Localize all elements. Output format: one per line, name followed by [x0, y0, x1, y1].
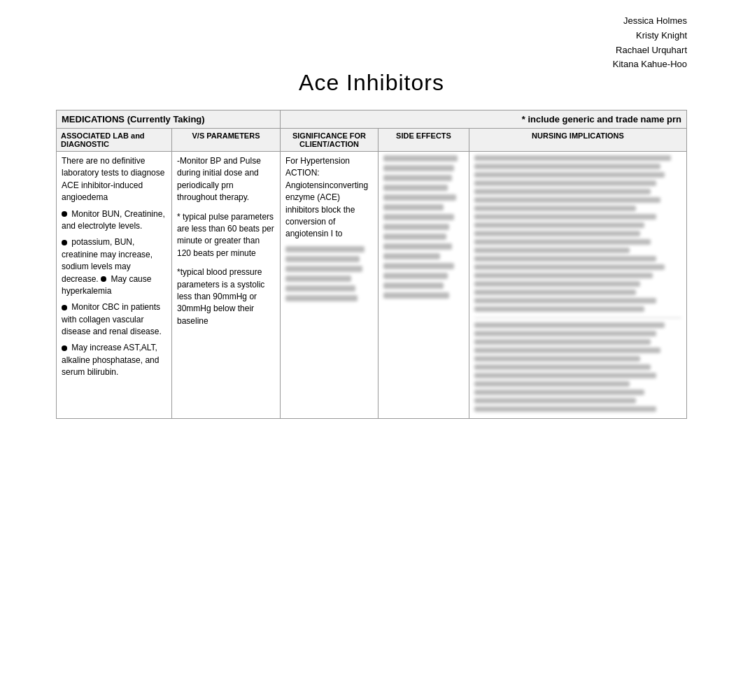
lab-text-intro: There are no definitive laboratory tests… [62, 155, 167, 204]
lab-text-bun: Monitor BUN, Creatinine, and electrolyte… [62, 208, 167, 233]
bullet-icon [101, 276, 106, 282]
significance-text: For Hypertension ACTION: Angiotensinconv… [285, 155, 373, 241]
vs-pulse-text: * typical pulse parameters are less than… [177, 211, 275, 260]
bullet-icon [62, 345, 67, 351]
vs-bp-text: *typical blood pressure parameters is a … [177, 266, 275, 327]
author-3: Rachael Urquhart [613, 43, 687, 58]
nursing-blurred-bottom [474, 317, 681, 412]
nursing-implications-cell [469, 152, 687, 419]
page-title: Ace Inhibitors [0, 70, 743, 96]
side-effects-blurred [383, 155, 464, 299]
author-1: Jessica Holmes [613, 14, 687, 29]
significance-cell: For Hypertension ACTION: Angiotensinconv… [281, 152, 378, 419]
side-effects-cell [378, 152, 469, 419]
nursing-blurred-top [474, 155, 681, 312]
significance-blurred [285, 246, 373, 301]
bullet-icon [62, 240, 67, 245]
medications-table: MEDICATIONS (Currently Taking) * include… [56, 110, 687, 419]
bullet-icon [62, 211, 67, 217]
vs-parameters-cell: -Monitor BP and Pulse during initial dos… [172, 152, 281, 419]
col2-header: V/S PARAMETERS [172, 129, 281, 152]
main-table-wrapper: MEDICATIONS (Currently Taking) * include… [56, 110, 687, 419]
authors-block: Jessica Holmes Kristy Knight Rachael Urq… [613, 14, 687, 72]
lab-text-potassium: potassium, BUN, creatinine may increase,… [62, 236, 167, 297]
lab-text-ast: May increase AST,ALT, alkaline phosphata… [62, 342, 167, 378]
col3-header: SIGNIFICANCE FOR CLIENT/ACTION [281, 129, 378, 152]
lab-diagnostic-cell: There are no definitive laboratory tests… [57, 152, 172, 419]
author-4: Kitana Kahue-Hoo [613, 57, 687, 72]
col4-header: SIDE EFFECTS [378, 129, 469, 152]
table-header-right: * include generic and trade name prn [281, 110, 687, 129]
author-2: Kristy Knight [613, 29, 687, 43]
col5-header: NURSING IMPLICATIONS [469, 129, 687, 152]
col1-header: ASSOCIATED LAB and DIAGNOSTIC [57, 129, 172, 152]
table-header-left: MEDICATIONS (Currently Taking) [57, 110, 281, 129]
lab-text-cbc: Monitor CBC in patients with collagen va… [62, 301, 167, 338]
vs-monitor-text: -Monitor BP and Pulse during initial dos… [177, 155, 275, 204]
bullet-icon [62, 305, 67, 310]
table-row: There are no definitive laboratory tests… [57, 152, 687, 419]
